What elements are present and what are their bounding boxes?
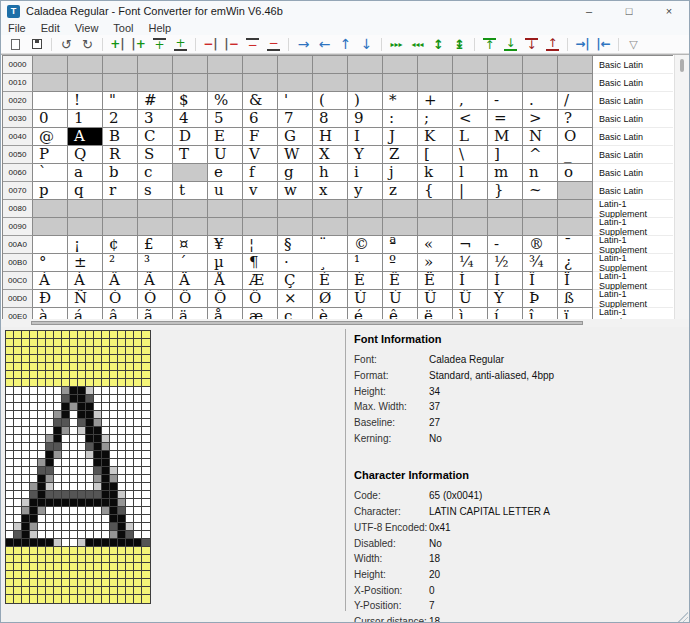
pixel-cell[interactable]	[118, 571, 126, 579]
pixel-cell[interactable]	[102, 499, 110, 507]
pixel-cell[interactable]	[30, 403, 38, 411]
pixel-cell[interactable]	[46, 595, 54, 603]
pixel-cell[interactable]	[126, 483, 134, 491]
pixel-cell[interactable]	[38, 435, 46, 443]
pixel-cell[interactable]	[70, 347, 78, 355]
pixel-cell[interactable]	[110, 419, 118, 427]
pixel-cell[interactable]	[70, 555, 78, 563]
pixel-cell[interactable]	[70, 531, 78, 539]
pixel-cell[interactable]	[86, 571, 94, 579]
pixel-cell[interactable]	[94, 427, 102, 435]
pixel-cell[interactable]	[46, 563, 54, 571]
pixel-cell[interactable]	[86, 403, 94, 411]
pixel-cell[interactable]	[14, 347, 22, 355]
pixel-cell[interactable]	[38, 571, 46, 579]
pixel-cell[interactable]	[46, 435, 54, 443]
pixel-cell[interactable]	[86, 595, 94, 603]
pixel-cell[interactable]	[110, 475, 118, 483]
pixel-cell[interactable]	[70, 371, 78, 379]
pixel-cell[interactable]	[142, 563, 150, 571]
pixel-cell[interactable]	[126, 355, 134, 363]
pixel-cell[interactable]	[6, 475, 14, 483]
pixel-cell[interactable]	[126, 339, 134, 347]
char-cell[interactable]: §	[278, 236, 313, 254]
pixel-cell[interactable]	[78, 443, 86, 451]
char-cell[interactable]	[348, 56, 383, 74]
minimize-button[interactable]: –	[569, 1, 609, 21]
pixel-cell[interactable]	[102, 371, 110, 379]
pixel-cell[interactable]	[134, 547, 142, 555]
pixel-cell[interactable]	[86, 371, 94, 379]
pixel-cell[interactable]	[54, 331, 62, 339]
pixel-cell[interactable]	[134, 419, 142, 427]
pixel-cell[interactable]	[6, 339, 14, 347]
pixel-cell[interactable]	[86, 355, 94, 363]
pixel-cell[interactable]	[142, 587, 150, 595]
char-cell[interactable]	[138, 218, 173, 236]
pixel-cell[interactable]	[78, 427, 86, 435]
char-cell[interactable]: "	[103, 92, 138, 110]
pixel-cell[interactable]	[14, 483, 22, 491]
pixel-cell[interactable]	[38, 515, 46, 523]
pixel-cell[interactable]	[142, 451, 150, 459]
pixel-cell[interactable]	[118, 347, 126, 355]
pixel-cell[interactable]	[62, 547, 70, 555]
pixel-cell[interactable]	[46, 427, 54, 435]
pixel-cell[interactable]	[102, 579, 110, 587]
pixel-cell[interactable]	[22, 387, 30, 395]
pixel-cell[interactable]	[118, 427, 126, 435]
move-to-left-edge-icon[interactable]: |←	[593, 36, 614, 53]
char-cell[interactable]: u	[208, 182, 243, 200]
pixel-cell[interactable]	[126, 499, 134, 507]
pixel-cell[interactable]	[54, 443, 62, 451]
char-cell[interactable]: p	[33, 182, 68, 200]
pixel-cell[interactable]	[22, 483, 30, 491]
pixel-cell[interactable]	[86, 499, 94, 507]
char-cell[interactable]: <	[453, 110, 488, 128]
pixel-cell[interactable]	[110, 571, 118, 579]
pixel-cell[interactable]	[126, 531, 134, 539]
pixel-cell[interactable]	[142, 483, 150, 491]
pixel-cell[interactable]	[38, 555, 46, 563]
char-cell[interactable]: ¡	[68, 236, 103, 254]
pixel-cell[interactable]	[86, 387, 94, 395]
pixel-cell[interactable]	[54, 579, 62, 587]
pixel-cell[interactable]	[94, 371, 102, 379]
pixel-cell[interactable]	[70, 539, 78, 547]
pixel-cell[interactable]	[30, 435, 38, 443]
pixel-cell[interactable]	[110, 531, 118, 539]
char-cell[interactable]: B	[103, 128, 138, 146]
pixel-cell[interactable]	[62, 411, 70, 419]
char-cell[interactable]	[453, 218, 488, 236]
pixel-cell[interactable]	[110, 483, 118, 491]
pixel-cell[interactable]	[142, 355, 150, 363]
pixel-cell[interactable]	[134, 467, 142, 475]
char-cell[interactable]: Ä	[173, 272, 208, 290]
menu-item-file[interactable]: File	[8, 22, 26, 34]
char-cell[interactable]: )	[348, 92, 383, 110]
pixel-cell[interactable]	[38, 411, 46, 419]
pixel-cell[interactable]	[14, 571, 22, 579]
pixel-cell[interactable]	[102, 467, 110, 475]
trim-top-icon[interactable]: ↓	[521, 36, 542, 53]
pixel-cell[interactable]	[30, 331, 38, 339]
pixel-cell[interactable]	[22, 547, 30, 555]
pixel-cell[interactable]	[134, 507, 142, 515]
pixel-cell[interactable]	[102, 563, 110, 571]
char-cell[interactable]: 7	[278, 110, 313, 128]
pixel-cell[interactable]	[134, 587, 142, 595]
pixel-cell[interactable]	[94, 515, 102, 523]
pixel-cell[interactable]	[126, 579, 134, 587]
pixel-cell[interactable]	[86, 411, 94, 419]
pixel-cell[interactable]	[94, 451, 102, 459]
pixel-cell[interactable]	[70, 475, 78, 483]
pixel-cell[interactable]	[22, 467, 30, 475]
char-cell[interactable]	[348, 218, 383, 236]
pixel-cell[interactable]	[78, 499, 86, 507]
pixel-cell[interactable]	[94, 355, 102, 363]
pixel-cell[interactable]	[6, 331, 14, 339]
pixel-cell[interactable]	[102, 331, 110, 339]
insert-row-top-icon[interactable]: +	[149, 36, 170, 53]
char-cell[interactable]	[453, 200, 488, 218]
pixel-cell[interactable]	[94, 411, 102, 419]
